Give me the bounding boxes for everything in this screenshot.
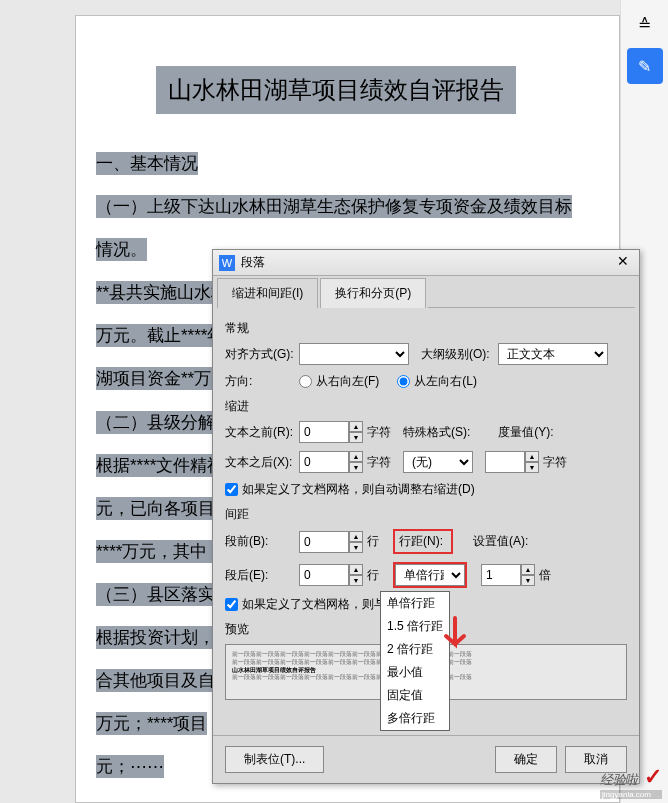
doc-line: （一）上级下达山水林田湖草生态保护修复专项资金及绩效目标	[96, 195, 572, 218]
check-icon: ✓	[644, 764, 662, 789]
grid-adjust-checkbox[interactable]: 如果定义了文档网格，则自动调整右缩进(D)	[225, 481, 475, 498]
section-spacing: 间距	[225, 506, 627, 523]
alignment-select[interactable]	[299, 343, 409, 365]
section-indent: 缩进	[225, 398, 627, 415]
doc-line: 情况。	[96, 238, 147, 261]
spin-down-icon[interactable]: ▼	[349, 542, 363, 553]
dir-ltr-radio[interactable]: 从左向右(L)	[397, 373, 477, 390]
dialog-tabs: 缩进和间距(I) 换行和分页(P)	[213, 276, 639, 308]
indent-after-input[interactable]	[299, 451, 349, 473]
line-spacing-dropdown: 单倍行距 1.5 倍行距 2 倍行距 最小值 固定值 多倍行距	[380, 591, 450, 731]
spin-up-icon[interactable]: ▲	[349, 421, 363, 432]
space-after-input[interactable]	[299, 564, 349, 586]
measure-input[interactable]	[485, 451, 525, 473]
spin-up-icon[interactable]: ▲	[525, 451, 539, 462]
special-format-select[interactable]: (无)	[403, 451, 473, 473]
spin-up-icon[interactable]: ▲	[521, 564, 535, 575]
line-spacing-select[interactable]: 单倍行距	[395, 564, 465, 586]
doc-line: 元；⋯⋯	[96, 755, 164, 778]
ok-button[interactable]: 确定	[495, 746, 557, 773]
dir-rtl-radio[interactable]: 从右向左(F)	[299, 373, 379, 390]
doc-line: **县共实施山水林	[96, 281, 228, 304]
tab-indent-spacing[interactable]: 缩进和间距(I)	[217, 278, 318, 308]
indent-before-label: 文本之前(R):	[225, 424, 295, 441]
dropdown-item[interactable]: 最小值	[381, 661, 449, 684]
doc-line: 湖项目资金**万元	[96, 367, 228, 390]
space-before-input[interactable]	[299, 531, 349, 553]
section-general: 常规	[225, 320, 627, 337]
doc-line: ****万元，其中：	[96, 540, 224, 563]
dropdown-item[interactable]: 单倍行距	[381, 592, 449, 615]
spin-up-icon[interactable]: ▲	[349, 564, 363, 575]
spin-down-icon[interactable]: ▼	[349, 432, 363, 443]
spin-up-icon[interactable]: ▲	[349, 451, 363, 462]
dialog-titlebar: W 段落 ✕	[213, 250, 639, 276]
line-spacing-label: 行距(N):	[399, 534, 443, 548]
dropdown-item[interactable]: 1.5 倍行距	[381, 615, 449, 638]
dialog-title: 段落	[241, 254, 613, 271]
spin-up-icon[interactable]: ▲	[349, 531, 363, 542]
dropdown-item[interactable]: 固定值	[381, 684, 449, 707]
direction-label: 方向:	[225, 373, 295, 390]
special-label: 特殊格式(S):	[403, 424, 470, 441]
outline-label: 大纲级别(O):	[421, 346, 490, 363]
tab-line-page-break[interactable]: 换行和分页(P)	[320, 278, 426, 308]
sidebar-edit-icon[interactable]: ✎	[627, 48, 663, 84]
sidebar-tool-icon[interactable]: ≙	[627, 6, 663, 42]
measure-label: 度量值(Y):	[498, 424, 553, 441]
indent-before-input[interactable]	[299, 421, 349, 443]
spin-down-icon[interactable]: ▼	[349, 575, 363, 586]
set-value-input[interactable]	[481, 564, 521, 586]
doc-line: 一、基本情况	[96, 152, 198, 175]
doc-line: 根据****文件精神	[96, 454, 224, 477]
doc-title: 山水林田湖草项目绩效自评报告	[156, 66, 516, 114]
close-icon[interactable]: ✕	[613, 253, 633, 273]
set-value-label: 设置值(A):	[473, 533, 528, 550]
dropdown-item[interactable]: 2 倍行距	[381, 638, 449, 661]
spin-down-icon[interactable]: ▼	[349, 462, 363, 473]
spin-down-icon[interactable]: ▼	[525, 462, 539, 473]
space-after-label: 段后(E):	[225, 567, 295, 584]
tab-stops-button[interactable]: 制表位(T)...	[225, 746, 324, 773]
doc-line: 万元；****项目	[96, 712, 207, 735]
alignment-label: 对齐方式(G):	[225, 346, 295, 363]
spin-down-icon[interactable]: ▼	[521, 575, 535, 586]
app-icon: W	[219, 255, 235, 271]
outline-select[interactable]: 正文文本	[498, 343, 608, 365]
dropdown-item[interactable]: 多倍行距	[381, 707, 449, 730]
doc-line: 万元。截止****年	[96, 324, 224, 347]
space-before-label: 段前(B):	[225, 533, 295, 550]
indent-after-label: 文本之后(X):	[225, 454, 295, 471]
watermark: 经验啦 ✓ jingyanla.com	[600, 764, 662, 799]
